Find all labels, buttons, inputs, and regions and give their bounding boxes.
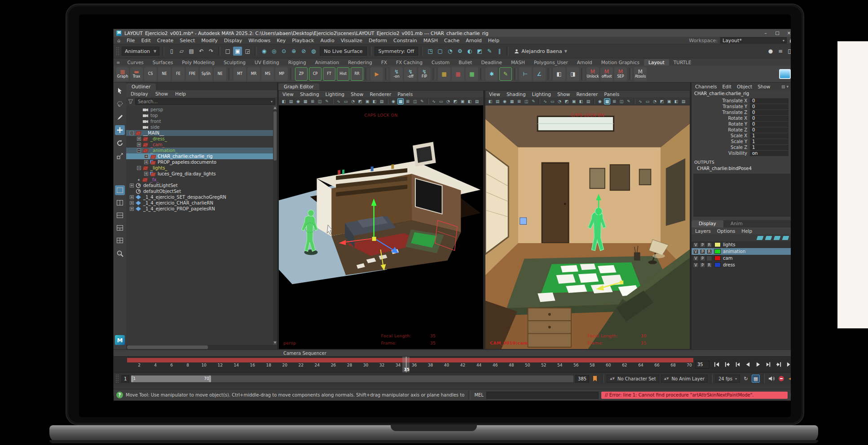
shelf-item-fe[interactable]: FE bbox=[172, 67, 185, 81]
step-forward-key-button[interactable] bbox=[774, 361, 784, 369]
zoom-select-tool[interactable] bbox=[115, 249, 125, 258]
bookmark-icon[interactable]: ▦ bbox=[509, 98, 515, 105]
two-panes-side-by-side-layout[interactable] bbox=[115, 198, 125, 208]
time-ruler[interactable]: 2468101214161820222426283032343638404244… bbox=[127, 357, 693, 372]
range-end-handle[interactable] bbox=[209, 375, 211, 382]
step-forward-frame-button[interactable] bbox=[763, 361, 773, 369]
layer-visibility-toggle[interactable]: V bbox=[693, 262, 699, 268]
outliner-item-lights[interactable]: −_lights_ bbox=[126, 165, 277, 171]
outliner-horizontal-scrollbar[interactable] bbox=[126, 345, 277, 349]
field-chart-icon[interactable]: ▣ bbox=[571, 98, 577, 105]
safe-action-icon[interactable]: ◧ bbox=[578, 98, 584, 105]
menu-edit[interactable]: Edit bbox=[141, 38, 150, 44]
close-button[interactable]: × bbox=[783, 31, 791, 35]
lasso-tool[interactable] bbox=[115, 99, 125, 109]
layer-row-lights[interactable]: VPRlights bbox=[692, 241, 791, 248]
undo-icon[interactable]: ↶ bbox=[197, 47, 206, 56]
channel-box-menu-edit[interactable]: Edit bbox=[723, 84, 731, 89]
expander-icon[interactable]: + bbox=[130, 195, 134, 199]
outliner-item-defaultlightset[interactable]: +defaultLightSet bbox=[126, 183, 277, 188]
playblast-icon[interactable]: ▶ bbox=[370, 67, 383, 81]
current-time-indicator[interactable]: 35 bbox=[402, 357, 410, 372]
viewport-menu-shading[interactable]: Shading bbox=[507, 92, 526, 97]
menu-audio[interactable]: Audio bbox=[320, 38, 334, 44]
render-setup-icon[interactable]: ◩ bbox=[475, 47, 484, 56]
2d-pan-zoom-icon[interactable]: ◫ bbox=[523, 98, 529, 105]
attribute-value-field[interactable]: 1 bbox=[750, 133, 789, 139]
shadows-icon[interactable]: ✎ bbox=[419, 98, 425, 105]
paint-select-tool[interactable] bbox=[115, 112, 125, 122]
film-gate-icon[interactable]: ▭ bbox=[343, 98, 349, 105]
shelf-tab-turtle[interactable]: TURTLE bbox=[669, 59, 696, 65]
shelf-tab-polygons-user[interactable]: Polygons_User bbox=[529, 59, 573, 65]
tab-outliner[interactable]: Outliner bbox=[126, 83, 156, 90]
outliner-item-top[interactable]: top bbox=[126, 113, 277, 118]
safe-title-icon[interactable]: ▤ bbox=[379, 98, 385, 105]
shelf-tab-sculpting[interactable]: Sculpting bbox=[219, 59, 250, 65]
multisample-aa-icon[interactable]: ◔ bbox=[445, 98, 451, 105]
outliner-item-luces-greg-dia-day-lights[interactable]: +luces_Greg_dia:day_lights bbox=[126, 171, 277, 177]
layer-menu-help[interactable]: Help bbox=[741, 228, 752, 234]
outliner-search-input[interactable]: Search... ▾ bbox=[135, 98, 275, 105]
menu-modify[interactable]: Modify bbox=[201, 38, 217, 44]
create-empty-layer-icon[interactable] bbox=[774, 236, 781, 240]
safe-title-icon[interactable]: ▤ bbox=[585, 98, 591, 105]
shelf-tab-fx[interactable]: FX bbox=[377, 59, 392, 65]
outliner-item-cam[interactable]: +_cam_ bbox=[126, 142, 277, 148]
gate-mask-icon[interactable]: ◩ bbox=[357, 98, 363, 105]
viewport-menu-lighting[interactable]: Lighting bbox=[326, 92, 344, 97]
layer-color-swatch[interactable] bbox=[714, 256, 721, 261]
animation-end-field[interactable]: 385 bbox=[575, 375, 589, 383]
grid-icon[interactable]: ∿ bbox=[542, 98, 548, 105]
cube-a-icon[interactable]: ◧ bbox=[553, 67, 565, 81]
viewport-cam-canvas[interactable]: CAPS LOCK ON Focal Length: 30 CAM_0010:c… bbox=[485, 105, 690, 349]
camera-sequencer-bar[interactable]: Camera Sequencer bbox=[114, 349, 791, 356]
menu-cache[interactable]: Cache bbox=[444, 38, 459, 44]
shelf-item-offset[interactable]: Moffset bbox=[600, 67, 613, 81]
channel-box-menu-object[interactable]: Object bbox=[737, 84, 752, 89]
shelf-tab-uv-editing[interactable]: UV Editing bbox=[250, 59, 284, 65]
use-all-lights-icon[interactable]: ◫ bbox=[412, 98, 418, 105]
hypershade-icon[interactable]: ◐ bbox=[465, 47, 474, 56]
film-gate-icon[interactable]: ▭ bbox=[549, 98, 555, 105]
render-settings-icon[interactable]: ⚙ bbox=[455, 47, 464, 56]
save-scene-icon[interactable]: ▤ bbox=[187, 47, 196, 56]
pause-icon[interactable]: ∥ bbox=[495, 47, 504, 56]
character-set-selector[interactable]: ▲▼ No Character Set bbox=[607, 375, 659, 383]
snap-projected-center-icon[interactable]: ⊕ bbox=[289, 47, 298, 56]
attribute-value-field[interactable]: 0 bbox=[750, 116, 789, 121]
image-plane-icon[interactable]: ⊞ bbox=[516, 98, 522, 105]
layer-menu-options[interactable]: Options bbox=[717, 228, 736, 234]
shelf-tab-curves[interactable]: Curves bbox=[123, 59, 148, 65]
textured-icon[interactable]: ⊞ bbox=[611, 98, 617, 105]
menu-deform[interactable]: Deform bbox=[369, 38, 387, 44]
panel-layout-icon[interactable]: ◫ bbox=[786, 47, 791, 56]
shelf-item-ft[interactable]: FT bbox=[323, 67, 335, 81]
step-back-frame-button[interactable] bbox=[732, 361, 742, 369]
range-start-handle[interactable] bbox=[131, 375, 133, 382]
command-line-language-label[interactable]: MEL bbox=[474, 393, 484, 397]
live-surface-field[interactable]: No Live Surface bbox=[320, 47, 366, 56]
grid-red-icon[interactable]: ▦ bbox=[452, 67, 464, 81]
sort-icon[interactable]: ≡ bbox=[776, 47, 785, 56]
shelf-item-cp[interactable]: CP bbox=[309, 67, 322, 81]
shelf-item-ms[interactable]: MS bbox=[261, 67, 274, 81]
outliner-item-char-charlie-charlie-rig[interactable]: +CHAR_charlie:charlie_rig bbox=[126, 153, 277, 159]
menu-visualize[interactable]: Visualize bbox=[341, 38, 362, 44]
select-object-icon[interactable]: ▣ bbox=[233, 47, 242, 56]
viewport-menu-renderer[interactable]: Renderer bbox=[576, 92, 598, 97]
outliner-item-1-4-ejercicio-set-despachogregrn[interactable]: +_1_4_ejercicio_SET_despachoGregRN bbox=[126, 194, 277, 200]
paint-effects-icon[interactable]: ✎ bbox=[485, 47, 494, 56]
audio-mute-icon[interactable] bbox=[767, 375, 775, 383]
depth-of-field-icon[interactable]: ◩ bbox=[452, 98, 458, 105]
shelf-tab-arnold[interactable]: Arnold bbox=[573, 59, 597, 65]
rotate-tool[interactable] bbox=[115, 138, 125, 148]
expander-icon[interactable]: − bbox=[137, 148, 141, 153]
layer-playback-toggle[interactable]: P bbox=[700, 256, 705, 261]
cube-b-icon[interactable]: ◨ bbox=[567, 67, 579, 81]
multisample-aa-icon[interactable]: ◔ bbox=[652, 98, 658, 105]
grid-yellow-icon[interactable]: ▦ bbox=[438, 67, 450, 81]
menu-select[interactable]: Select bbox=[180, 38, 195, 44]
angle-icon[interactable]: ∠ bbox=[533, 67, 546, 81]
shelf-item-sep[interactable]: MSEP bbox=[614, 67, 627, 81]
